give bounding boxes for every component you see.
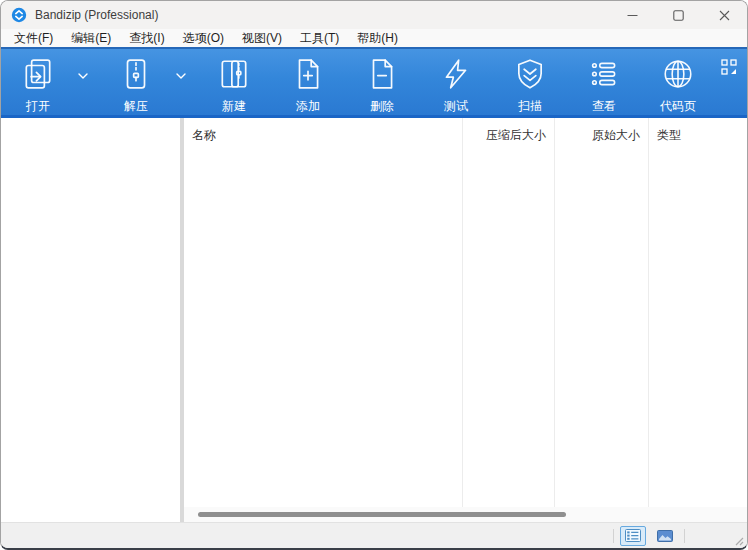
file-list-pane: 名称 压缩后大小 原始大小 类型 [184, 118, 747, 522]
view-toggle-group [613, 523, 685, 548]
toolbar: 打开 解压 新建 [1, 47, 747, 118]
bandizip-window: Bandizip (Professional) 文件(F) 编辑(E) 查找(I… [0, 0, 748, 550]
menu-item-tools[interactable]: 工具(T) [291, 29, 348, 47]
preview-pane-icon [657, 530, 673, 542]
toolbar-label: 添加 [296, 99, 320, 113]
toolbar-button-open[interactable]: 打开 [6, 57, 70, 113]
menu-item-help[interactable]: 帮助(H) [348, 29, 407, 47]
toolbar-button-codepage[interactable]: 代码页 [646, 57, 710, 113]
column-header-original-size[interactable]: 原始大小 [555, 118, 649, 152]
chevron-down-icon [176, 73, 186, 79]
column-divider [649, 152, 747, 507]
delete-files-icon [365, 57, 399, 91]
titlebar: Bandizip (Professional) [1, 1, 747, 29]
add-files-icon [291, 57, 325, 91]
menubar: 文件(F) 编辑(E) 查找(I) 选项(O) 视图(V) 工具(T) 帮助(H… [1, 29, 747, 47]
toolbar-label: 查看 [592, 99, 616, 113]
customize-toolbar-icon [721, 59, 737, 75]
column-header-name[interactable]: 名称 [184, 118, 463, 152]
view-file-icon [587, 57, 621, 91]
toolbar-button-add[interactable]: 添加 [276, 57, 340, 113]
bandizip-logo-icon[interactable] [11, 7, 27, 23]
preview-pane-button[interactable] [652, 526, 678, 546]
toolbar-label: 新建 [222, 99, 246, 113]
menu-item-options[interactable]: 选项(O) [174, 29, 233, 47]
file-list-header: 名称 压缩后大小 原始大小 类型 [184, 118, 747, 152]
column-divider [463, 152, 555, 507]
codepage-icon [661, 57, 695, 91]
test-archive-icon [439, 57, 473, 91]
toolbar-label: 打开 [26, 99, 50, 113]
menu-item-view[interactable]: 视图(V) [233, 29, 291, 47]
scrollbar-thumb[interactable] [198, 512, 566, 517]
column-divider [555, 152, 649, 507]
status-bar [1, 522, 747, 548]
chevron-down-icon [78, 73, 88, 79]
toolbar-label: 测试 [444, 99, 468, 113]
menu-item-edit[interactable]: 编辑(E) [62, 29, 120, 47]
window-controls [609, 1, 747, 29]
extract-dropdown-chevron[interactable] [168, 57, 194, 95]
minimize-button[interactable] [609, 1, 655, 29]
close-icon [719, 10, 730, 21]
toolbar-button-new[interactable]: 新建 [202, 57, 266, 113]
column-header-compressed-size[interactable]: 压缩后大小 [463, 118, 555, 152]
toolbar-button-extract[interactable]: 解压 [104, 57, 168, 113]
customize-toolbar-button[interactable] [721, 59, 739, 77]
toolbar-label: 扫描 [518, 99, 542, 113]
maximize-icon [673, 10, 684, 21]
folder-tree-panel [1, 118, 184, 522]
open-dropdown-chevron[interactable] [70, 57, 96, 95]
toolbar-label: 删除 [370, 99, 394, 113]
new-archive-icon [217, 57, 251, 91]
open-archive-icon [21, 57, 55, 91]
separator [684, 529, 685, 543]
toolbar-label: 代码页 [660, 99, 696, 113]
maximize-button[interactable] [655, 1, 701, 29]
column-divider [184, 152, 463, 507]
toolbar-button-view[interactable]: 查看 [572, 57, 636, 113]
extract-archive-icon [119, 57, 153, 91]
file-list-body [184, 152, 747, 507]
content-area: 名称 压缩后大小 原始大小 类型 [1, 118, 747, 522]
close-button[interactable] [701, 1, 747, 29]
toolbar-label: 解压 [124, 99, 148, 113]
toolbar-button-delete[interactable]: 删除 [350, 57, 414, 113]
window-title: Bandizip (Professional) [35, 8, 158, 22]
menu-item-file[interactable]: 文件(F) [5, 29, 62, 47]
separator [613, 529, 614, 543]
horizontal-scrollbar[interactable] [184, 507, 747, 522]
toolbar-button-scan[interactable]: 扫描 [498, 57, 562, 113]
details-view-button[interactable] [620, 526, 646, 546]
scan-virus-icon [513, 57, 547, 91]
menu-item-find[interactable]: 查找(I) [120, 29, 173, 47]
toolbar-button-test[interactable]: 测试 [424, 57, 488, 113]
resize-grip[interactable] [732, 534, 744, 546]
minimize-icon [627, 10, 638, 21]
details-view-icon [625, 529, 641, 542]
column-header-type[interactable]: 类型 [649, 118, 747, 152]
